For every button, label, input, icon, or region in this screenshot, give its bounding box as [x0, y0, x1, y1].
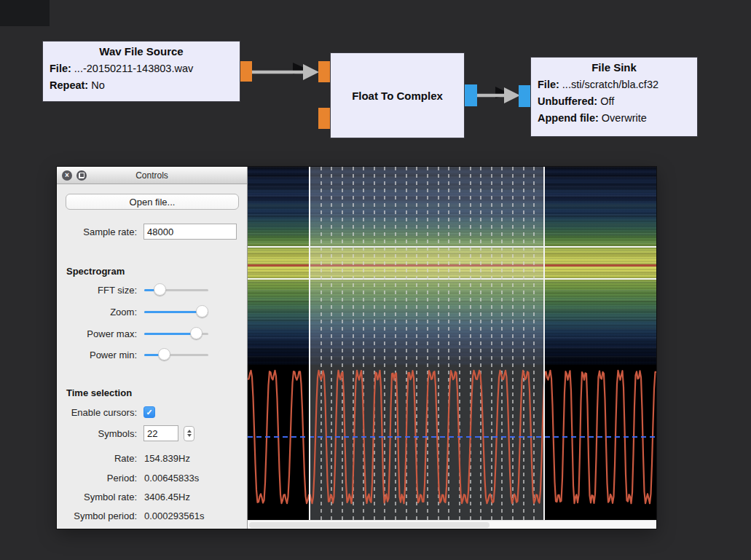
block-title: File Sink: [531, 58, 697, 74]
enable-cursors-label: Enable cursors:: [57, 407, 137, 418]
block-title: Wav File Source: [43, 42, 240, 58]
slider-handle[interactable]: [154, 283, 166, 296]
background-corner-patch: [0, 0, 50, 26]
zoom-label: Zoom:: [57, 307, 137, 318]
zoom-row: Zoom:: [57, 303, 248, 320]
dock-title: Controls: [57, 167, 247, 184]
sample-rate-row: Sample rate:: [57, 223, 248, 240]
connection-arrowhead-icon: [303, 64, 319, 80]
output-port-complex[interactable]: [465, 84, 477, 106]
symbols-stepper[interactable]: [184, 426, 194, 441]
period-row: Period: 0.00645833s: [57, 469, 248, 486]
block-params: File: ...-20150211-143803.wav Repeat: No: [43, 58, 240, 94]
input-port-float-bottom[interactable]: [318, 108, 330, 129]
symbol-rate-row: Symbol rate: 3406.45Hz: [57, 488, 248, 505]
connection-arrow-icon: [495, 87, 511, 98]
inspectrum-window: × Controls Open file... Sample rate: Spe…: [57, 167, 656, 529]
spinner-down-icon[interactable]: [187, 434, 192, 437]
selection-cursor-right[interactable]: [543, 167, 545, 520]
param-key: Repeat:: [50, 79, 88, 91]
slider-handle[interactable]: [158, 348, 170, 360]
param-value: No: [88, 79, 105, 91]
spinner-up-icon[interactable]: [187, 430, 192, 433]
symbols-input[interactable]: [143, 425, 178, 441]
symbols-row: Symbols:: [57, 425, 248, 442]
zoom-slider[interactable]: [144, 305, 208, 318]
slider-handle[interactable]: [190, 327, 203, 339]
plot-column: [248, 167, 656, 529]
symbols-label: Symbols:: [57, 428, 137, 439]
param-key: Append file:: [538, 112, 599, 124]
slider-fill: [144, 333, 196, 335]
param-value: Off: [597, 95, 614, 107]
block-wav-file-source[interactable]: Wav File Source File: ...-20150211-14380…: [42, 41, 240, 102]
dock-titlebar[interactable]: × Controls: [57, 167, 247, 184]
param-key: Unbuffered:: [538, 95, 597, 107]
fft-size-row: FFT size:: [57, 281, 248, 299]
spectrogram-plot[interactable]: [248, 167, 656, 520]
time-selection-heading: Time selection: [66, 387, 132, 398]
period-value: 0.00645833s: [144, 473, 199, 484]
output-port-float[interactable]: [240, 61, 252, 82]
rate-label: Rate:: [57, 453, 137, 464]
scrollbar-thumb[interactable]: [249, 522, 489, 528]
symbol-rate-label: Symbol rate:: [57, 492, 137, 502]
param-value: ...-20150211-143803.wav: [71, 63, 193, 74]
open-file-button[interactable]: Open file...: [66, 194, 239, 210]
block-float-to-complex[interactable]: Float To Complex: [330, 52, 465, 138]
selection-cursor-left[interactable]: [309, 167, 310, 520]
param-value: Overwrite: [599, 112, 647, 124]
fft-size-label: FFT size:: [57, 285, 137, 296]
power-max-label: Power max:: [57, 328, 137, 339]
power-max-slider[interactable]: [144, 327, 208, 340]
horizontal-scrollbar[interactable]: [248, 520, 656, 529]
connection-arrow-icon: [293, 63, 309, 74]
enable-cursors-checkbox[interactable]: ✓: [143, 406, 155, 418]
enable-cursors-row: Enable cursors: ✓: [57, 403, 248, 421]
block-file-sink[interactable]: File Sink File: ...sti/scratch/bla.cf32 …: [530, 57, 698, 137]
slider-fill: [144, 311, 202, 313]
power-min-label: Power min:: [57, 350, 137, 360]
rate-value: 154.839Hz: [144, 453, 190, 464]
power-min-slider[interactable]: [144, 348, 208, 361]
power-min-row: Power min:: [57, 346, 248, 363]
screen: Wav File Source File: ...-20150211-14380…: [0, 0, 751, 560]
power-max-row: Power max:: [57, 325, 248, 342]
period-label: Period:: [57, 473, 137, 484]
param-key: File:: [538, 79, 559, 90]
controls-dock-panel: × Controls Open file... Sample rate: Spe…: [57, 167, 248, 529]
rate-row: Rate: 154.839Hz: [57, 449, 248, 467]
input-port-complex[interactable]: [519, 85, 530, 107]
connection-arrowhead-icon: [504, 87, 520, 103]
sample-rate-input[interactable]: [143, 224, 237, 240]
param-key: File:: [50, 63, 71, 74]
block-params: File: ...sti/scratch/bla.cf32 Unbuffered…: [531, 74, 697, 127]
spectrogram-heading: Spectrogram: [66, 266, 125, 277]
symbol-period-label: Symbol period:: [57, 510, 137, 521]
symbol-period-row: Symbol period: 0.000293561s: [57, 507, 248, 524]
input-port-float-top[interactable]: [318, 61, 330, 82]
block-title: Float To Complex: [331, 53, 464, 138]
param-value: ...sti/scratch/bla.cf32: [559, 79, 658, 90]
sample-rate-label: Sample rate:: [57, 226, 137, 237]
symbol-rate-value: 3406.45Hz: [144, 492, 190, 502]
symbol-period-value: 0.000293561s: [144, 510, 204, 521]
slider-handle[interactable]: [196, 305, 208, 318]
fft-size-slider[interactable]: [144, 283, 208, 296]
